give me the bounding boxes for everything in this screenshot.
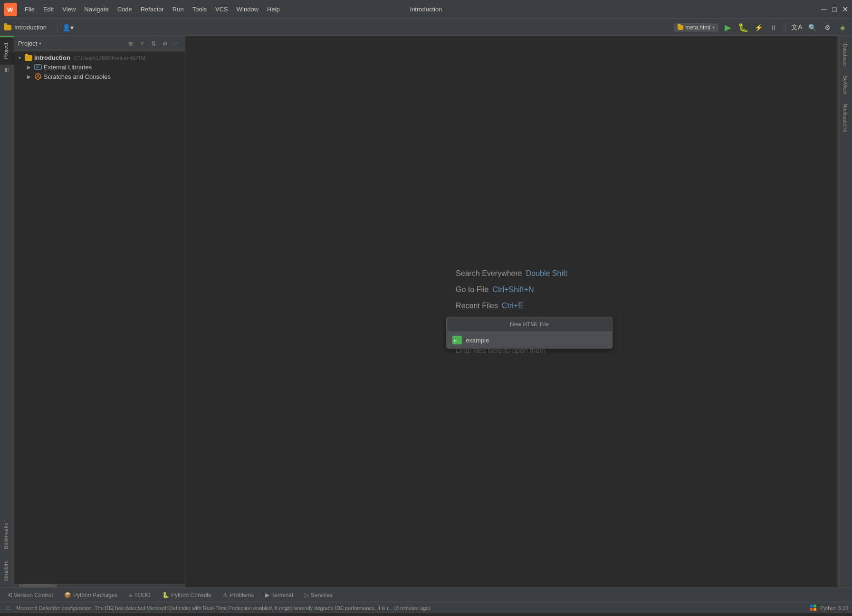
collapse-all-icon[interactable]: ◧ [0, 65, 14, 74]
welcome-content: Search Everywhere Double Shift Go to Fil… [456, 269, 567, 354]
search-everywhere-label: Search Everywhere [456, 269, 522, 278]
python-version-badge[interactable]: Python 3.10 [820, 605, 848, 611]
profile-button[interactable]: 👤▾ [62, 22, 74, 33]
recent-files-row: Recent Files Ctrl+E [456, 302, 567, 310]
tab-version-control[interactable]: ⑆ Version Control [4, 590, 57, 600]
run-config-arrow: ▾ [712, 25, 715, 30]
plugins-button[interactable]: ◈ [837, 22, 848, 33]
root-path: C:\Users\13600\front end\HTM [74, 55, 145, 61]
menu-tools[interactable]: Tools [189, 4, 211, 15]
status-icon-button[interactable]: □ [4, 604, 12, 612]
project-panel-label: Project [18, 40, 37, 47]
add-item-button[interactable]: ⊕ [126, 39, 135, 48]
run-config-dropdown[interactable]: meta.html ▾ [674, 23, 718, 32]
version-control-icon: ⑆ [9, 592, 12, 598]
terminal-icon: ▶ [265, 592, 269, 598]
panel-header: Project ▾ ⊕ ≡ ⇅ ⚙ ─ [14, 36, 185, 51]
windows-icon [810, 605, 816, 611]
scrollbar-thumb[interactable] [19, 584, 57, 587]
go-to-file-label: Go to File [456, 285, 488, 294]
win-cell-4 [814, 608, 816, 611]
root-collapse-arrow[interactable]: ▾ [16, 55, 23, 61]
menu-run[interactable]: Run [169, 4, 188, 15]
main-toolbar: Introduction 👤▾ meta.html ▾ ▶ 🐛 ⚡ ⏸ 文A 🔍… [0, 19, 852, 36]
tree-item-external-libraries[interactable]: ▶ External Libraries [14, 62, 185, 72]
menu-file[interactable]: File [21, 4, 38, 15]
horizontal-scrollbar[interactable] [14, 584, 185, 588]
ext-lib-arrow[interactable]: ▶ [26, 64, 32, 70]
tab-todo[interactable]: ≡ TODO [124, 590, 155, 600]
ext-lib-icon [34, 63, 42, 71]
main-layout: Project ◧ Bookmarks Structure Project ▾ … [0, 36, 852, 588]
tree-item-scratches[interactable]: ▶ Scratches and Consoles [14, 72, 185, 81]
translate-button[interactable]: 文A [791, 22, 803, 33]
tab-python-console[interactable]: 🐍 Python Console [157, 590, 216, 600]
debug-button[interactable]: 🐛 [737, 22, 749, 33]
problems-icon: ⚠ [223, 592, 228, 598]
menu-window[interactable]: Window [233, 4, 262, 15]
scratches-icon [34, 73, 42, 80]
win-cell-1 [810, 605, 813, 607]
project-title: Introduction [4, 24, 47, 31]
svg-rect-2 [35, 65, 41, 69]
app-logo: W [4, 3, 17, 16]
svg-text:W: W [7, 6, 13, 13]
search-everywhere-key[interactable]: Double Shift [526, 269, 567, 278]
panel-header-title: Project ▾ [18, 40, 41, 47]
search-everywhere-row: Search Everywhere Double Shift [456, 269, 567, 278]
python-console-icon: 🐍 [162, 592, 169, 598]
status-right: Python 3.10 [810, 605, 848, 611]
coverage-button[interactable]: ⚡ [753, 22, 764, 33]
title-bar: W File Edit View Navigate Code Refactor … [0, 0, 852, 19]
bottom-status-bar: □ Microsoft Defender configuration: The … [0, 602, 852, 613]
new-html-item[interactable]: H [447, 332, 612, 348]
scratches-arrow[interactable]: ▶ [26, 73, 32, 80]
menu-code[interactable]: Code [114, 4, 136, 15]
menu-edit[interactable]: Edit [39, 4, 57, 15]
sidebar-item-project[interactable]: Project [0, 36, 14, 65]
ext-lib-label: External Libraries [44, 64, 92, 71]
tab-terminal[interactable]: ▶ Terminal [260, 590, 297, 600]
minimize-button[interactable]: ─ [821, 6, 827, 13]
maximize-button[interactable]: □ [831, 6, 838, 13]
right-tab-database[interactable]: Database [841, 40, 850, 70]
settings-button[interactable]: ⚙ [822, 22, 833, 33]
menu-refactor[interactable]: Refactor [137, 4, 168, 15]
scratches-label: Scratches and Consoles [44, 73, 111, 80]
profile-run-button[interactable]: ⏸ [768, 22, 779, 33]
close-button[interactable]: ✕ [842, 6, 848, 13]
left-side-tabs: Project ◧ Bookmarks Structure [0, 36, 14, 588]
new-html-filename-input[interactable] [466, 337, 606, 344]
menu-navigate[interactable]: Navigate [80, 4, 112, 15]
expand-all-button[interactable]: ≡ [137, 39, 147, 48]
sidebar-item-bookmarks[interactable]: Bookmarks [0, 517, 14, 555]
collapse-all-button[interactable]: ⇅ [149, 39, 158, 48]
go-to-file-key[interactable]: Ctrl+Shift+N [492, 285, 534, 294]
tab-python-console-label: Python Console [171, 592, 211, 598]
toolbar-separator-2 [785, 23, 785, 32]
menu-help[interactable]: Help [263, 4, 284, 15]
recent-files-key[interactable]: Ctrl+E [502, 302, 523, 310]
run-button[interactable]: ▶ [722, 22, 734, 33]
services-icon: ▷ [305, 592, 309, 598]
run-config-label: meta.html [685, 24, 710, 31]
tree-item-root[interactable]: ▾ Introduction C:\Users\13600\front end\… [14, 53, 185, 62]
menu-view[interactable]: View [58, 4, 79, 15]
right-tab-sciview[interactable]: SciView [841, 72, 850, 98]
search-everywhere-button[interactable]: 🔍 [806, 22, 818, 33]
tab-services[interactable]: ▷ Services [300, 590, 337, 600]
tab-terminal-label: Terminal [271, 592, 293, 598]
panel-header-actions: ⊕ ≡ ⇅ ⚙ ─ [126, 39, 181, 48]
tab-problems[interactable]: ⚠ Problems [218, 590, 259, 600]
menu-vcs[interactable]: VCS [211, 4, 232, 15]
folder-icon [4, 25, 11, 30]
sidebar-item-structure[interactable]: Structure [0, 555, 14, 588]
svg-text:H: H [454, 339, 457, 343]
tab-python-packages[interactable]: 📦 Python Packages [59, 590, 122, 600]
close-panel-button[interactable]: ─ [172, 39, 181, 48]
editor-area: Search Everywhere Double Shift Go to Fil… [185, 36, 838, 588]
win-cell-3 [810, 608, 813, 611]
panel-settings-button[interactable]: ⚙ [160, 39, 170, 48]
panel-dropdown-arrow[interactable]: ▾ [39, 41, 41, 46]
right-tab-notifications[interactable]: Notifications [841, 100, 850, 136]
